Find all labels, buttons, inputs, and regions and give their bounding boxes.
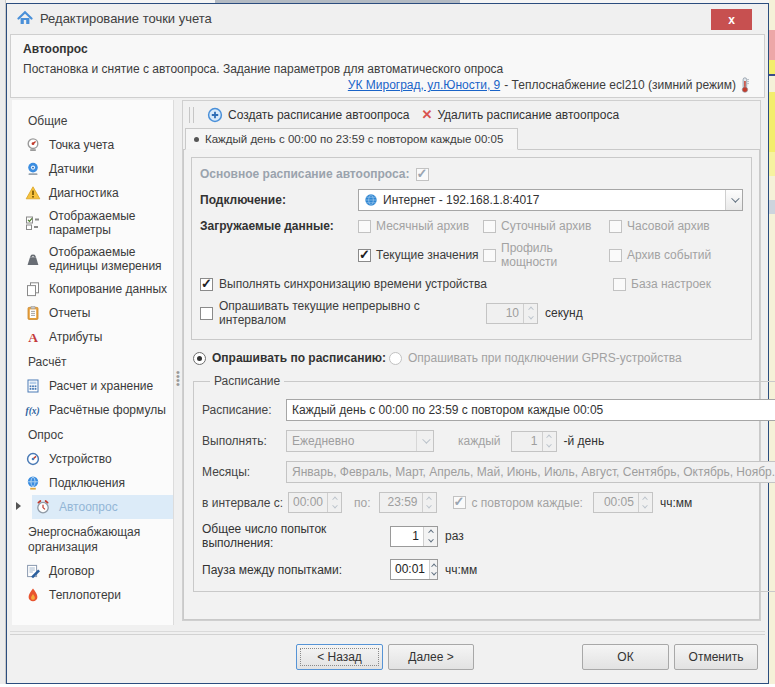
hourly-archive-checkbox[interactable] (609, 220, 622, 233)
edit-metering-point-dialog: Редактирование точки учета x Автоопрос П… (6, 3, 769, 684)
sidebar-item-contract[interactable]: Договор (12, 559, 173, 583)
schedule-tab-page: Основное расписание автоопроса: Подключе… (183, 150, 760, 620)
poll-on-gprs-option: Опрашивать при подключении GPRS-устройст… (389, 351, 682, 365)
poll-continuous-checkbox[interactable] (200, 307, 213, 320)
ok-button[interactable]: ОК (582, 644, 669, 670)
sidebar-section-energy-org: Энергоснабжающая организация (12, 521, 173, 559)
connection-combobox-text-wrap: Интернет - 192.168.1.8:4017 (359, 193, 725, 207)
connection-label: Подключение: (200, 193, 358, 207)
background-cell-yellow (769, 60, 775, 76)
page-header: Автоопрос Постановка и снятие с автоопро… (10, 34, 765, 98)
window-title: Редактирование точки учета (40, 11, 212, 26)
sidebar-item-copy-data[interactable]: Копирование данных (12, 277, 173, 301)
add-circle-icon (207, 107, 223, 123)
power-profile-checkbox[interactable] (483, 249, 496, 262)
device-icon (24, 451, 42, 467)
sidebar-item-reports[interactable]: Отчеты (12, 301, 173, 325)
pause-row: Пауза между попытками: 00:01 чч:мм (202, 559, 775, 580)
events-archive-checkbox[interactable] (609, 249, 622, 262)
sidebar-item-label: Расчётные формулы (49, 403, 166, 417)
time-sync-checkbox[interactable] (200, 278, 213, 291)
pause-spinner[interactable]: 00:01 (390, 559, 438, 580)
delete-x-icon: ✕ (422, 107, 433, 122)
title-bar[interactable]: Редактирование точки учета x (7, 4, 768, 32)
sidebar-item-label: Автоопрос (59, 500, 118, 514)
daily-archive-checkbox[interactable] (483, 220, 496, 233)
attempts-spinner[interactable]: 1 (390, 526, 438, 547)
spin-up-icon (328, 493, 341, 503)
day-suffix-label: -й день (564, 434, 605, 448)
sidebar-item-label: Отчеты (49, 306, 90, 320)
sidebar-item-displayed-parameters[interactable]: Отображаемые параметры (12, 205, 173, 241)
spin-down-icon[interactable] (430, 570, 437, 580)
sidebar-item-autopoll[interactable]: Автоопрос (32, 495, 173, 519)
main-schedule-checkbox (416, 168, 429, 181)
tab-bullet-icon (194, 137, 199, 142)
sidebar-item-displayed-units[interactable]: Отображаемые единицы измерения (12, 241, 173, 277)
from-time-value: 00:00 (289, 493, 327, 512)
sidebar-item-calc-storage[interactable]: Расчет и хранение (12, 374, 173, 398)
sidebar-item-calc-formulas[interactable]: f(x) Расчётные формулы (12, 398, 173, 422)
time-sync-label: Выполнять синхронизацию времени устройст… (219, 277, 487, 291)
dialog-footer: < Назад Далее > ОК Отменить (10, 634, 765, 680)
attempts-value[interactable]: 1 (391, 527, 423, 546)
main-schedule-label: Основное расписание автоопроса: (200, 167, 410, 181)
units-icon (24, 251, 42, 267)
back-button[interactable]: < Назад (296, 644, 383, 670)
attempts-unit-label: раз (445, 529, 464, 543)
sidebar-item-attributes[interactable]: A Атрибуты (12, 325, 173, 349)
sidebar-item-sensors[interactable]: Датчики (12, 157, 173, 181)
attributes-icon: A (24, 329, 42, 345)
sidebar-item-diagnostics[interactable]: Диагностика (12, 181, 173, 205)
next-button[interactable]: Далее > (388, 644, 474, 670)
settings-db-checkbox[interactable] (613, 278, 626, 291)
sidebar-item-connections[interactable]: Подключения (12, 471, 173, 495)
sidebar-splitter[interactable]: •••• (174, 100, 182, 625)
schedule-combobox[interactable]: Каждый день с 00:00 по 23:59 с повтором … (286, 399, 775, 421)
to-time-value: 23:59 (380, 493, 422, 512)
spin-up-icon[interactable] (424, 527, 437, 537)
spin-down-icon[interactable] (424, 536, 437, 546)
autopoll-alarm-icon (34, 499, 52, 515)
poll-continuous-label: Опрашивать текущие непрерывно с интервал… (219, 299, 472, 327)
spin-down-icon (524, 313, 537, 323)
sidebar-item-device[interactable]: Устройство (12, 447, 173, 471)
toolbar-grip-icon[interactable] (189, 107, 194, 123)
connection-combobox[interactable]: Интернет - 192.168.1.8:4017 (358, 189, 743, 211)
svg-text:f(x): f(x) (26, 406, 40, 417)
interval-from-label: в интервале с: (202, 496, 288, 510)
execute-combobox: Ежедневно (286, 430, 434, 452)
sidebar-item-heat-loss[interactable]: Теплопотери (12, 583, 173, 607)
schedule-toolbar: Создать расписание автоопроса ✕ Удалить … (183, 101, 760, 128)
pause-label: Пауза между попытками: (202, 563, 390, 577)
sync-row: Выполнять синхронизацию времени устройст… (200, 277, 743, 291)
poll-by-schedule-radio[interactable] (193, 352, 206, 365)
close-button[interactable]: x (711, 9, 752, 30)
create-schedule-button[interactable]: Создать расписание автоопроса (201, 105, 416, 125)
internet-globe-icon (364, 193, 378, 207)
connection-dropdown-button[interactable] (725, 190, 742, 210)
cancel-button[interactable]: Отменить (674, 644, 758, 670)
spin-down-icon (328, 503, 341, 513)
delete-schedule-button[interactable]: ✕ Удалить расписание автоопроса (416, 105, 626, 124)
poll-by-schedule-option[interactable]: Опрашивать по расписанию: (193, 351, 389, 365)
power-profile-label: Профиль мощности (501, 241, 609, 269)
day-value: 1 (512, 432, 542, 451)
calculator-icon (24, 378, 42, 394)
background-cell-yellow (769, 92, 775, 152)
months-row: Месяцы: Январь, Февраль, Март, Апрель, М… (202, 461, 775, 483)
monthly-archive-checkbox[interactable] (358, 220, 371, 233)
delete-schedule-label: Удалить расписание автоопроса (437, 108, 619, 122)
copy-icon (24, 281, 42, 297)
expander-arrow-icon[interactable] (16, 502, 21, 510)
spin-up-icon[interactable] (430, 560, 437, 570)
tab-schedule-active[interactable]: Каждый день с 00:00 по 23:59 с повтором … (185, 128, 518, 150)
metering-point-link[interactable]: УК Мироград, ул.Юности, 9 (348, 78, 500, 92)
repeat-every-label: с повтором каждые: (472, 496, 583, 510)
close-icon: x (728, 13, 735, 27)
sidebar-item-metering-point[interactable]: Точка учета (12, 133, 173, 157)
sidebar-item-label: Отображаемые параметры (49, 209, 169, 237)
pause-value[interactable]: 00:01 (391, 560, 429, 579)
spin-up-icon (639, 493, 652, 503)
current-values-checkbox[interactable] (358, 249, 371, 262)
